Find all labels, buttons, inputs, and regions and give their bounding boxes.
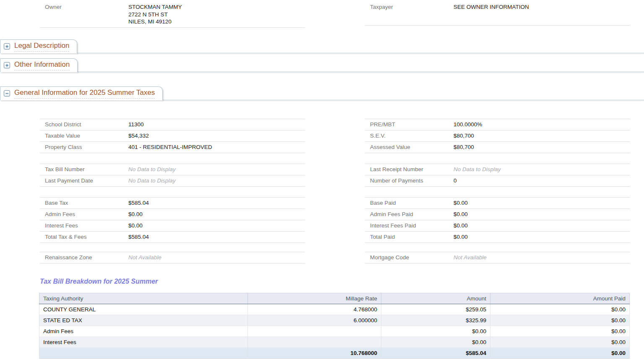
- field-row-school-district: School District 11300: [40, 119, 305, 130]
- field-value: $585.04: [128, 199, 149, 207]
- field-value: 11300: [128, 121, 144, 128]
- expand-icon[interactable]: +: [4, 62, 10, 68]
- field-row-base-tax: Base Tax $585.04: [40, 198, 305, 209]
- cell-amount: $325.99: [381, 315, 490, 326]
- field-row-total-paid: Total Paid $0.00: [365, 232, 630, 243]
- field-label: Assessed Value: [365, 143, 454, 151]
- cell-amount: $259.05: [381, 304, 490, 315]
- field-label: Interest Fees: [40, 222, 128, 230]
- mortgage-group: Mortgage Code Not Available: [365, 252, 630, 263]
- expand-icon[interactable]: +: [4, 43, 10, 50]
- field-value: $0.00: [454, 211, 468, 218]
- field-row-last-payment-date: Last Payment Date No Data to Display: [40, 175, 305, 187]
- cell-amount-paid: $0.00: [490, 326, 630, 337]
- assessment-group-right: PRE/MBT 100.0000% S.E.V. $80,700 Assesse…: [365, 119, 630, 153]
- field-value: $585.04: [128, 233, 149, 241]
- field-row-total-tax-fees: Total Tax & Fees $585.04: [40, 232, 305, 243]
- field-label: Taxable Value: [40, 132, 128, 140]
- field-value: 100.0000%: [454, 121, 482, 128]
- tab-general-information[interactable]: − General Information for 2025 Summer Ta…: [0, 86, 163, 100]
- column-header-millage-rate: Millage Rate: [248, 293, 381, 304]
- cell-amount-paid: $0.00: [490, 304, 630, 315]
- field-row-pre-mbt: PRE/MBT 100.0000%: [365, 119, 630, 130]
- field-label: Property Class: [40, 143, 128, 151]
- tab-title-other-information: Other Information: [14, 60, 70, 70]
- column-header-amount: Amount: [381, 293, 490, 304]
- cell-taxing-authority: [39, 347, 248, 358]
- table-row-admin-fees: Admin Fees $0.00 $0.00: [39, 326, 630, 337]
- cell-amount-paid: $0.00: [490, 315, 630, 326]
- table-total-row: 10.768000 $585.04 $0.00: [39, 347, 630, 358]
- field-value: Not Available: [128, 254, 162, 261]
- owner-address-line1: 2722 N 5TH ST: [128, 11, 182, 18]
- field-value: $0.00: [454, 233, 468, 241]
- field-row-admin-fees: Admin Fees $0.00: [40, 209, 305, 220]
- field-label: School District: [40, 121, 128, 128]
- column-header-amount-paid: Amount Paid: [490, 293, 630, 304]
- assessment-group-left: School District 11300 Taxable Value $54,…: [40, 119, 305, 153]
- field-value: $0.00: [454, 199, 468, 207]
- cell-millage-rate: 6.000000: [248, 315, 381, 326]
- field-label: Last Payment Date: [40, 177, 128, 185]
- field-label: Interest Fees Paid: [365, 222, 454, 230]
- field-label: Total Paid: [365, 233, 454, 241]
- field-value: $54,332: [128, 132, 149, 140]
- renaissance-group: Renaissance Zone Not Available: [40, 252, 305, 263]
- cell-taxing-authority: Admin Fees: [39, 326, 248, 337]
- field-label: Base Tax: [40, 199, 128, 207]
- field-label: S.E.V.: [365, 132, 454, 140]
- field-value: $80,700: [454, 132, 474, 140]
- cell-amount: $0.00: [381, 326, 490, 337]
- general-information-section: School District 11300 Taxable Value $54,…: [0, 119, 644, 359]
- field-value: $0.00: [128, 211, 143, 218]
- table-row-interest-fees: Interest Fees $0.00 $0.00: [39, 337, 630, 347]
- table-header-row: Taxing Authority Millage Rate Amount Amo…: [39, 293, 630, 304]
- billing-group-left: Tax Bill Number No Data to Display Last …: [40, 164, 305, 187]
- field-row-sev: S.E.V. $80,700: [365, 130, 630, 142]
- field-label: Total Tax & Fees: [40, 233, 128, 241]
- cell-taxing-authority: Interest Fees: [39, 337, 248, 347]
- field-label: Tax Bill Number: [40, 166, 128, 173]
- field-row-mortgage-code: Mortgage Code Not Available: [365, 252, 630, 263]
- cell-millage-rate: [248, 326, 381, 337]
- owner-name: STOCKMAN TAMMY: [128, 3, 182, 11]
- field-value: Not Available: [454, 254, 487, 261]
- field-value: No Data to Display: [454, 166, 501, 173]
- collapse-icon[interactable]: −: [4, 90, 10, 97]
- section-divider: [163, 100, 644, 100]
- section-row-other-information: + Other Information: [0, 58, 644, 72]
- field-row-taxable-value: Taxable Value $54,332: [40, 130, 305, 142]
- owner-taxpayer-section: Owner STOCKMAN TAMMY 2722 N 5TH ST NILES…: [0, 0, 644, 28]
- field-row-last-receipt-number: Last Receipt Number No Data to Display: [365, 164, 630, 175]
- field-label: Number of Payments: [365, 177, 454, 185]
- owner-address-line2: NILES, MI 49120: [128, 18, 182, 26]
- field-row-owner: Owner STOCKMAN TAMMY 2722 N 5TH ST NILES…: [40, 2, 305, 28]
- field-label: Admin Fees Paid: [365, 211, 454, 218]
- breakdown-heading: Tax Bill Breakdown for 2025 Summer: [40, 277, 644, 286]
- field-row-number-of-payments: Number of Payments 0: [365, 175, 630, 187]
- tab-legal-description[interactable]: + Legal Description: [0, 39, 77, 53]
- field-label: Base Paid: [365, 199, 454, 207]
- cell-total-amount: $585.04: [381, 347, 490, 358]
- field-row-interest-fees: Interest Fees $0.00: [40, 220, 305, 232]
- field-row-taxpayer: Taxpayer SEE OWNER INFORMATION: [365, 2, 630, 26]
- tab-other-information[interactable]: + Other Information: [0, 58, 78, 72]
- field-row-interest-fees-paid: Interest Fees Paid $0.00: [365, 220, 630, 232]
- field-row-assessed-value: Assessed Value $80,700: [365, 142, 630, 153]
- tab-title-legal-description: Legal Description: [14, 42, 69, 52]
- field-label: Mortgage Code: [365, 254, 454, 261]
- field-value: $80,700: [454, 143, 474, 151]
- table-row-state-ed-tax: STATE ED TAX 6.000000 $325.99 $0.00: [39, 315, 630, 326]
- cell-millage-rate: [248, 337, 381, 347]
- field-row-property-class: Property Class 401 - RESIDENTIAL-IMPROVE…: [40, 142, 305, 153]
- paid-totals-group-right: Base Paid $0.00 Admin Fees Paid $0.00 In…: [365, 197, 630, 243]
- section-row-general-information: − General Information for 2025 Summer Ta…: [0, 86, 644, 100]
- field-row-tax-bill-number: Tax Bill Number No Data to Display: [40, 164, 305, 175]
- owner-label: Owner: [40, 3, 128, 11]
- tax-bill-breakdown-table: Taxing Authority Millage Rate Amount Amo…: [39, 293, 630, 359]
- field-value: $0.00: [128, 222, 143, 230]
- field-label: Admin Fees: [40, 211, 128, 218]
- field-value: No Data to Display: [128, 166, 176, 173]
- tax-totals-group-left: Base Tax $585.04 Admin Fees $0.00 Intere…: [40, 197, 305, 243]
- field-value: 401 - RESIDENTIAL-IMPROVED: [128, 143, 212, 151]
